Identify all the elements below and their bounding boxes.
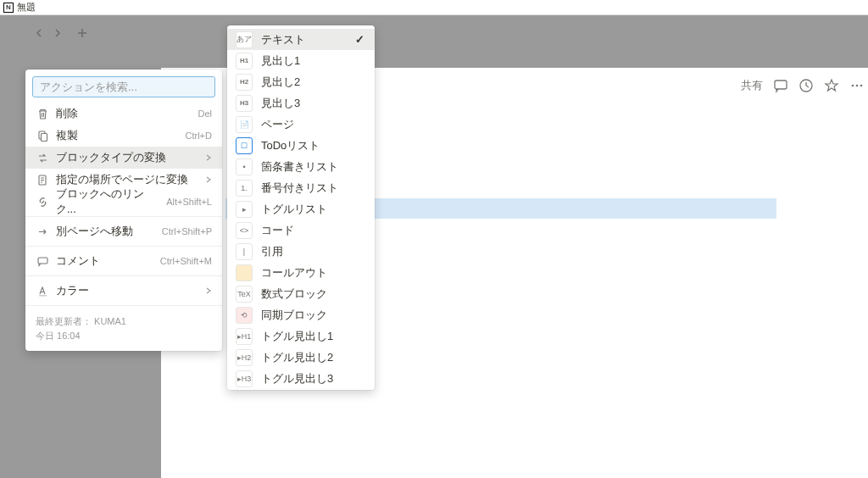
block-type-icon: ▸H3 <box>236 370 253 387</box>
action-search-input[interactable] <box>40 81 208 93</box>
block-type-label: トグル見出し1 <box>261 329 364 344</box>
block-type-icon: TeX <box>236 286 253 303</box>
menu-item-label: 複製 <box>56 128 179 143</box>
block-type-icon: 📄 <box>236 116 253 133</box>
transform-icon <box>36 151 49 164</box>
app-icon: N <box>3 3 14 13</box>
block-type-option[interactable]: ▸H2トグル見出し2 <box>227 347 375 368</box>
last-edited-time: 今日 16:04 <box>36 329 212 343</box>
menu-item-shortcut: Del <box>198 108 212 119</box>
menu-divider <box>25 305 222 306</box>
block-type-option[interactable]: ⟲同期ブロック <box>227 304 375 325</box>
block-type-icon: H3 <box>236 95 253 112</box>
block-context-menu: 削除Del複製Ctrl+Dブロックタイプの変換指定の場所でページに変換ブロックへ… <box>25 69 222 351</box>
block-type-icon: ☐ <box>236 137 253 154</box>
menu-item-link[interactable]: ブロックへのリンク...Alt+Shift+L <box>25 191 222 213</box>
svg-point-3 <box>856 85 859 87</box>
block-type-option[interactable]: H1見出し1 <box>227 50 375 71</box>
block-type-label: 同期ブロック <box>261 308 364 323</box>
menu-item-label: カラー <box>56 283 198 298</box>
page-arrow-icon <box>36 173 49 186</box>
block-type-label: ページ <box>261 117 364 132</box>
svg-point-2 <box>852 85 854 87</box>
comments-icon[interactable] <box>773 78 788 93</box>
block-type-option[interactable]: ▸トグルリスト <box>227 198 375 220</box>
block-type-icon: 1. <box>236 180 253 197</box>
block-type-label: 数式ブロック <box>261 286 364 302</box>
favorite-icon[interactable] <box>824 78 839 93</box>
copy-icon <box>36 129 49 142</box>
block-type-label: コード <box>261 223 364 238</box>
block-type-label: コールアウト <box>261 265 364 281</box>
chevron-right-icon <box>205 176 212 183</box>
block-type-label: 見出し1 <box>261 53 364 69</box>
block-type-label: 見出し3 <box>261 96 364 111</box>
svg-rect-8 <box>38 258 47 264</box>
menu-item-comment[interactable]: コメントCtrl+Shift+M <box>25 250 222 272</box>
more-icon[interactable] <box>849 78 865 93</box>
block-type-option[interactable]: ▸H1トグル見出し1 <box>227 325 375 347</box>
block-type-label: トグル見出し3 <box>261 371 364 386</box>
menu-item-shortcut: Ctrl+Shift+M <box>160 256 212 266</box>
svg-rect-0 <box>775 81 787 89</box>
block-type-icon: • <box>236 158 253 175</box>
share-button[interactable]: 共有 <box>741 78 763 93</box>
block-type-label: 見出し2 <box>261 75 364 90</box>
history-icon[interactable] <box>798 78 814 93</box>
menu-item-trash[interactable]: 削除Del <box>25 103 222 125</box>
block-type-option[interactable]: 📄ページ <box>227 114 375 135</box>
menu-item-label: 削除 <box>56 106 191 121</box>
block-type-icon: あア <box>236 31 253 48</box>
nav-controls <box>34 27 88 39</box>
menu-item-color[interactable]: カラー <box>25 280 222 302</box>
block-type-icon <box>236 264 253 281</box>
color-icon <box>36 284 49 297</box>
menu-item-shortcut: Ctrl+D <box>186 131 212 141</box>
block-type-option[interactable]: |引用 <box>227 241 375 262</box>
link-icon <box>36 195 49 208</box>
menu-item-label: コメント <box>56 253 153 269</box>
page-toolbar: 共有 <box>741 78 865 93</box>
menu-item-transform[interactable]: ブロックタイプの変換 <box>25 147 222 169</box>
menu-item-label: 別ページへ移動 <box>56 224 155 239</box>
block-type-option[interactable]: ☐ToDoリスト <box>227 135 375 156</box>
last-edited-user: KUMA1 <box>94 316 126 326</box>
block-type-option[interactable]: 1.番号付きリスト <box>227 177 375 198</box>
block-type-label: ToDoリスト <box>261 138 364 153</box>
menu-item-label: ブロックタイプの変換 <box>56 150 198 165</box>
block-type-submenu: あアテキスト✓H1見出し1H2見出し2H3見出し3📄ページ☐ToDoリスト•箇条… <box>227 25 375 390</box>
menu-item-copy[interactable]: 複製Ctrl+D <box>25 125 222 147</box>
block-type-option[interactable]: TeX数式ブロック <box>227 283 375 304</box>
trash-icon <box>36 107 49 120</box>
menu-item-shortcut: Alt+Shift+L <box>166 197 212 207</box>
window-title: 無題 <box>17 1 36 14</box>
block-type-option[interactable]: ▸H3トグル見出し3 <box>227 368 375 389</box>
nav-back-icon[interactable] <box>34 28 44 38</box>
block-type-option[interactable]: H3見出し3 <box>227 92 375 114</box>
block-type-label: トグルリスト <box>261 202 364 217</box>
block-type-option[interactable]: コールアウト <box>227 262 375 283</box>
chevron-right-icon <box>205 287 212 294</box>
new-tab-icon[interactable] <box>76 27 88 39</box>
block-type-option[interactable]: あアテキスト✓ <box>227 29 375 50</box>
svg-rect-6 <box>41 133 47 141</box>
block-type-icon: ▸ <box>236 201 253 218</box>
nav-forward-icon[interactable] <box>53 28 63 38</box>
comment-icon <box>36 254 49 268</box>
menu-item-label: ブロックへのリンク... <box>56 186 159 217</box>
last-edited-label: 最終更新者： <box>36 316 92 326</box>
move-icon <box>36 225 49 238</box>
svg-rect-9 <box>39 295 47 297</box>
block-type-icon: ⟲ <box>236 307 253 324</box>
block-type-option[interactable]: •箇条書きリスト <box>227 156 375 177</box>
menu-item-move[interactable]: 別ページへ移動Ctrl+Shift+P <box>25 220 222 242</box>
action-search-wrapper <box>32 76 215 97</box>
block-type-option[interactable]: <>コード <box>227 220 375 241</box>
block-type-label: 番号付きリスト <box>261 181 364 196</box>
block-type-option[interactable]: H2見出し2 <box>227 71 375 92</box>
menu-footer: 最終更新者： KUMA1 今日 16:04 <box>25 309 222 346</box>
menu-item-shortcut: Ctrl+Shift+P <box>162 226 212 236</box>
block-type-label: トグル見出し2 <box>261 350 364 365</box>
block-type-label: テキスト <box>261 32 347 47</box>
menu-divider <box>25 275 222 276</box>
